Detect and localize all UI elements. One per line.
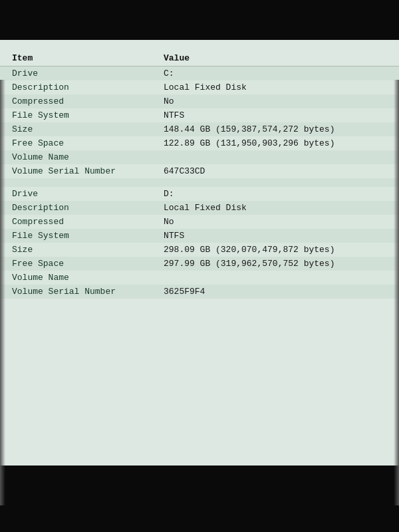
item-filesystem-c-value: NTFS [152,108,399,122]
table-row: Size 148.44 GB (159,387,574,272 bytes) [0,122,399,136]
item-freespace-d-value: 297.99 GB (319,962,570,752 bytes) [152,257,399,271]
item-description-d-value: Local Fixed Disk [152,201,399,215]
item-serialnumber-d-value: 3625F9F4 [152,285,399,299]
item-compressed-c-value: No [152,94,399,108]
table-row: Compressed No [0,215,399,229]
table-row: Free Space 297.99 GB (319,962,570,752 by… [0,257,399,271]
section-divider [0,178,399,187]
item-freespace-c-value: 122.89 GB (131,950,903,296 bytes) [152,136,399,150]
table-row: Free Space 122.89 GB (131,950,903,296 by… [0,136,399,150]
item-description-c-label: Description [0,80,152,94]
table-row: File System NTFS [0,229,399,243]
item-size-c-label: Size [0,122,152,136]
item-serialnumber-d-label: Volume Serial Number [0,285,152,299]
table-row: Description Local Fixed Disk [0,80,399,94]
item-drive-d-label: Drive [0,187,152,201]
item-freespace-c-label: Free Space [0,136,152,150]
item-compressed-c-label: Compressed [0,94,152,108]
item-freespace-d-label: Free Space [0,257,152,271]
item-volumename-d-label: Volume Name [0,271,152,285]
item-volumename-c-label: Volume Name [0,150,152,164]
item-serialnumber-c-label: Volume Serial Number [0,164,152,178]
column-header-value: Value [152,51,399,66]
column-header-item: Item [0,51,152,66]
item-drive-c-value: C: [152,66,399,81]
item-compressed-d-value: No [152,215,399,229]
table-row: Compressed No [0,94,399,108]
item-size-c-value: 148.44 GB (159,387,574,272 bytes) [152,122,399,136]
table-row: Drive D: [0,187,399,201]
item-serialnumber-c-value: 647C33CD [152,164,399,178]
item-drive-c-label: Drive [0,66,152,81]
table-row: Volume Name [0,271,399,285]
item-description-c-value: Local Fixed Disk [152,80,399,94]
item-drive-d-value: D: [152,187,399,201]
table-row: Size 298.09 GB (320,070,479,872 bytes) [0,243,399,257]
item-filesystem-d-value: NTFS [152,229,399,243]
item-volumename-d-value [152,271,399,285]
table-row: Drive C: [0,66,399,81]
table-row: Volume Name [0,150,399,164]
item-volumename-c-value [152,150,399,164]
item-size-d-value: 298.09 GB (320,070,479,872 bytes) [152,243,399,257]
item-filesystem-c-label: File System [0,108,152,122]
table-row: Description Local Fixed Disk [0,201,399,215]
table-row: Volume Serial Number 647C33CD [0,164,399,178]
table-row: File System NTFS [0,108,399,122]
item-filesystem-d-label: File System [0,229,152,243]
item-size-d-label: Size [0,243,152,257]
item-description-d-label: Description [0,201,152,215]
table-row: Volume Serial Number 3625F9F4 [0,285,399,299]
item-compressed-d-label: Compressed [0,215,152,229]
